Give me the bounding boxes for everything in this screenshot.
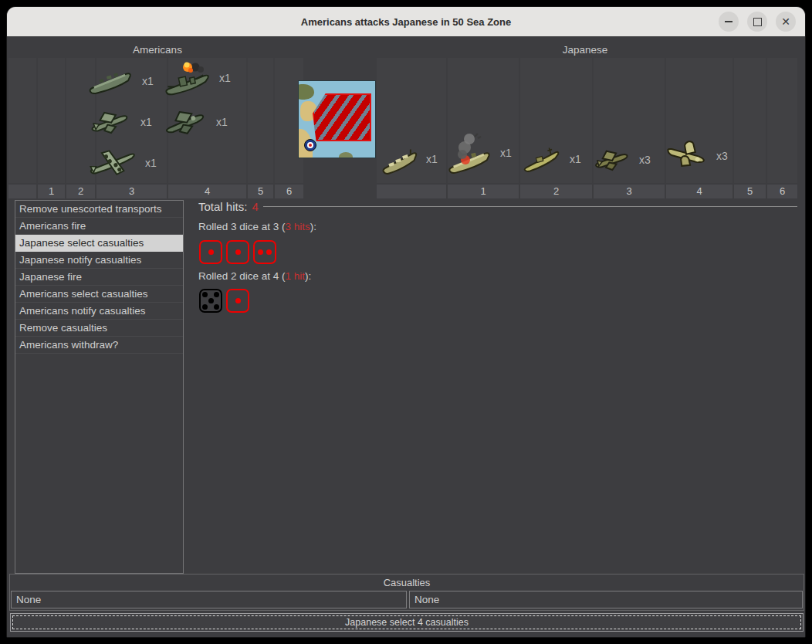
tactical-bomber-icon: [661, 135, 711, 177]
column-band: [734, 58, 766, 183]
die-pip: [208, 298, 214, 303]
battle-steps-list: Remove unescorted transportsAmericans fi…: [15, 200, 184, 574]
dice-row-1: [199, 240, 276, 264]
select-casualties-button-label: Japanese select 4 casualties: [12, 615, 801, 629]
attacker-unit-fighter: x1: [86, 104, 152, 140]
maximize-button[interactable]: [747, 12, 767, 32]
close-button[interactable]: ✕: [776, 12, 796, 32]
attacker-unit-bomber: x1: [84, 144, 157, 181]
scale-cell-empty: [377, 185, 446, 198]
fighter-icon: [86, 104, 135, 140]
scale-cell-6: 6: [767, 185, 797, 198]
minimize-button[interactable]: [719, 12, 739, 32]
total-hits-label: Total hits:: [198, 200, 247, 213]
die-2-hit: [253, 240, 276, 264]
defender-unit-tactical-bomber: x3: [661, 135, 728, 177]
unit-count: x1: [140, 116, 152, 128]
attacker-unit-tactical-bomber: x1: [160, 104, 228, 140]
roll-1-hits: 3 hits: [286, 221, 310, 232]
dice-row-2: [199, 289, 249, 313]
unit-count: x1: [500, 147, 512, 159]
tactical-bomber-icon: [160, 104, 211, 140]
scale-cell-3: 3: [96, 185, 167, 198]
transport-icon: [376, 140, 421, 178]
unit-count: x1: [145, 157, 157, 169]
unit-count: x1: [216, 116, 228, 128]
roll-1-suffix: ):: [310, 221, 316, 232]
window-title: Americans attacks Japanese in 50 Sea Zon…: [301, 16, 511, 28]
roll-2-suffix: ):: [305, 270, 311, 282]
window-controls: ✕: [719, 12, 796, 32]
column-band: [38, 58, 65, 183]
defender-casualties-value: None: [409, 591, 803, 608]
column-band: [767, 58, 797, 183]
battle-content: Americans Japanese x1: [7, 36, 805, 637]
battle-step-item: Americans fire: [15, 218, 183, 235]
roll-1-label: Rolled 3 dice at 3 (3 hits):: [198, 221, 316, 232]
scale-cell-1: 1: [38, 185, 65, 198]
defender-column-bands: [377, 58, 799, 183]
unit-count: x3: [639, 154, 651, 166]
title-bar[interactable]: Americans attacks Japanese in 50 Sea Zon…: [7, 7, 805, 37]
battle-step-item: Remove casualties: [15, 320, 183, 337]
scale-cell-2: 2: [520, 185, 592, 198]
total-hits-header: Total hits: 4: [198, 200, 797, 213]
unit-count: x1: [570, 153, 581, 165]
roll-2-hits: 1 hit: [286, 270, 306, 282]
casualties-panel: Casualties None None: [9, 574, 804, 611]
battle-step-item: Japanese notify casualties: [15, 252, 183, 269]
die-pip: [202, 304, 208, 310]
close-icon: ✕: [781, 16, 790, 27]
scale-cell-5: 5: [734, 185, 766, 198]
attacker-name-label: Americans: [73, 44, 242, 56]
map-roundel-icon: [304, 139, 316, 151]
unit-count: x1: [142, 75, 154, 87]
bomber-icon: [84, 144, 140, 181]
scale-cell-6: 6: [275, 185, 303, 198]
battle-window: Americans attacks Japanese in 50 Sea Zon…: [6, 6, 806, 638]
casualties-title: Casualties: [10, 577, 804, 588]
unit-count: x3: [716, 150, 728, 162]
scale-cell-1: 1: [448, 185, 519, 198]
column-band: [8, 58, 36, 183]
roll-1-prefix: Rolled 3 dice at 3 (: [198, 221, 286, 232]
total-hits-value: 4: [252, 200, 258, 213]
die-pip: [214, 304, 219, 310]
battle-step-item: Remove unescorted transports: [15, 201, 183, 218]
fighter-icon: [590, 143, 634, 177]
battle-step-item: Americans notify casualties: [15, 303, 183, 320]
attacker-roll-scale: 123456: [8, 185, 305, 198]
battle-step-item: Americans withdraw?: [15, 337, 183, 354]
select-casualties-button[interactable]: Japanese select 4 casualties: [10, 613, 804, 632]
die-pip: [266, 249, 272, 255]
die-pip: [235, 298, 241, 303]
header-rule: [263, 206, 797, 207]
column-band: [248, 58, 273, 183]
defender-unit-fighter: x3: [590, 143, 651, 177]
attacker-casualties-value: None: [11, 591, 407, 608]
minimize-icon: [725, 21, 732, 22]
die-pip: [258, 249, 263, 255]
scale-cell-2: 2: [66, 185, 95, 198]
carrier-damaged-icon: [444, 129, 495, 177]
scale-cell-3: 3: [594, 185, 665, 198]
carrier-icon: [84, 64, 137, 98]
destroyer-icon: [518, 140, 564, 178]
roll-2-label: Rolled 2 dice at 4 (1 hit):: [198, 270, 311, 282]
battle-map-thumbnail: [298, 80, 376, 158]
die-pip: [235, 249, 241, 255]
die-5-miss: [199, 289, 222, 313]
attacker-unit-battleship-damaged: x1: [160, 58, 231, 98]
die-1-hit: [226, 240, 249, 264]
battle-step-item: Japanese select casualties: [15, 235, 183, 252]
highlighted-sea-zone: [313, 93, 371, 141]
scale-cell-empty: [8, 185, 36, 198]
battle-step-item: Americans select casualties: [15, 286, 183, 303]
scale-cell-5: 5: [248, 185, 273, 198]
roll-2-prefix: Rolled 2 dice at 4 (: [198, 270, 286, 282]
defender-unit-carrier-damaged: x1: [444, 129, 512, 177]
die-pip: [202, 292, 208, 297]
battle-step-item: Japanese fire: [15, 269, 183, 286]
maximize-icon: [753, 18, 762, 26]
attacker-column-bands: [8, 58, 305, 183]
